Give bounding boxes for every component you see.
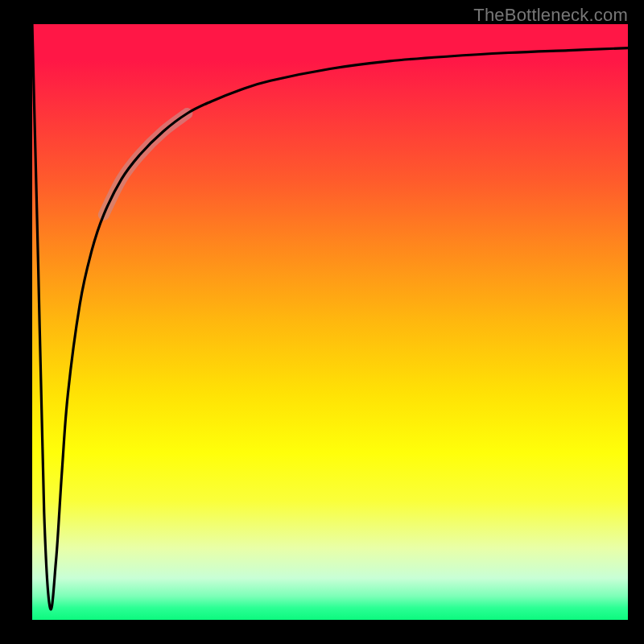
- curve-highlight: [104, 114, 188, 215]
- chart-container: TheBottleneck.com: [0, 0, 644, 644]
- plot-area: [32, 24, 628, 620]
- attribution-text: TheBottleneck.com: [473, 5, 628, 26]
- curve-svg: [32, 24, 628, 620]
- curve-path: [32, 24, 628, 609]
